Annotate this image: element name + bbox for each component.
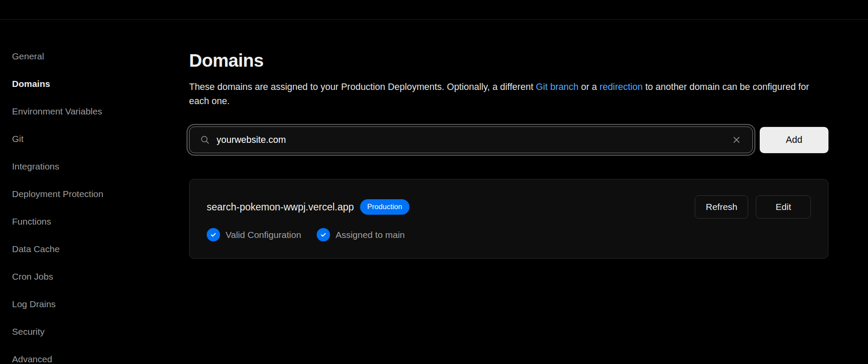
git-branch-link[interactable]: Git branch xyxy=(536,82,578,92)
status-label: Valid Configuration xyxy=(226,230,301,240)
production-badge: Production xyxy=(360,199,410,215)
status-valid-configuration: Valid Configuration xyxy=(207,228,301,241)
sidebar-item-integrations[interactable]: Integrations xyxy=(12,160,59,172)
domain-input[interactable] xyxy=(217,135,731,145)
edit-button[interactable]: Edit xyxy=(756,195,811,219)
sidebar-item-cron-jobs[interactable]: Cron Jobs xyxy=(12,271,53,282)
settings-page: General Domains Environment Variables Gi… xyxy=(0,20,868,364)
sidebar-item-environment-variables[interactable]: Environment Variables xyxy=(12,105,102,117)
domain-name: search-pokemon-wwpj.vercel.app xyxy=(207,201,354,213)
page-title: Domains xyxy=(189,50,828,71)
sidebar-item-functions[interactable]: Functions xyxy=(12,216,51,227)
domains-panel: Domains These domains are assigned to yo… xyxy=(189,20,868,364)
sidebar-item-deployment-protection[interactable]: Deployment Protection xyxy=(12,188,103,200)
domains-description: These domains are assigned to your Produ… xyxy=(189,80,816,108)
add-button[interactable]: Add xyxy=(760,127,828,153)
domain-search-box[interactable] xyxy=(189,126,753,153)
top-navigation-bar xyxy=(0,0,868,20)
sidebar-item-domains[interactable]: Domains xyxy=(12,78,50,89)
status-assigned-branch: Assigned to main xyxy=(317,228,405,241)
search-icon xyxy=(200,135,211,145)
redirection-link[interactable]: redirection xyxy=(599,82,642,92)
description-text: or a xyxy=(578,82,599,92)
sidebar-item-git[interactable]: Git xyxy=(12,133,24,145)
refresh-button[interactable]: Refresh xyxy=(695,195,748,219)
domain-card: search-pokemon-wwpj.vercel.app Productio… xyxy=(189,179,828,259)
domain-status-row: Valid Configuration Assigned to main xyxy=(207,228,811,241)
sidebar-item-log-drains[interactable]: Log Drains xyxy=(12,298,56,310)
settings-sidebar: General Domains Environment Variables Gi… xyxy=(0,20,189,364)
status-label: Assigned to main xyxy=(336,230,405,240)
sidebar-item-general[interactable]: General xyxy=(12,50,44,62)
description-text: These domains are assigned to your Produ… xyxy=(189,82,536,92)
clear-icon[interactable] xyxy=(731,134,742,145)
check-icon xyxy=(317,228,330,241)
sidebar-item-data-cache[interactable]: Data Cache xyxy=(12,243,60,255)
sidebar-item-security[interactable]: Security xyxy=(12,326,45,337)
add-domain-row: Add xyxy=(189,126,828,153)
domain-card-header: search-pokemon-wwpj.vercel.app Productio… xyxy=(207,195,811,219)
sidebar-item-advanced[interactable]: Advanced xyxy=(12,353,52,364)
check-icon xyxy=(207,228,220,241)
